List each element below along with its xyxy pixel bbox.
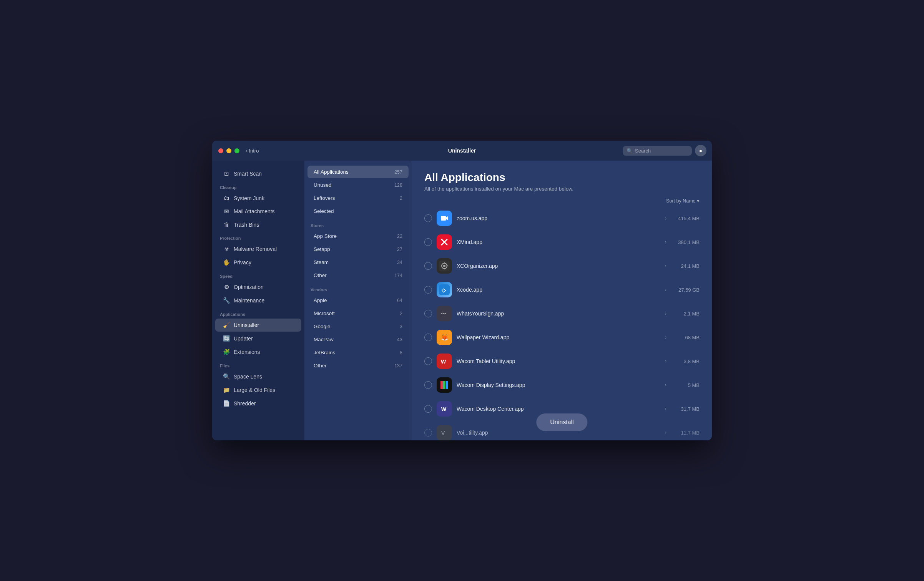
svg-text:W: W [441, 406, 447, 412]
main-content: ⊡ Smart Scan Cleanup 🗂 System Junk ✉ Mai… [212, 161, 712, 440]
chevron-icon: › [665, 335, 666, 340]
app-row[interactable]: XCOrganizer.app › 24,1 MB [418, 254, 706, 277]
app-checkbox[interactable] [424, 381, 432, 389]
maintenance-icon: 🔧 [223, 297, 230, 304]
filter-leftovers[interactable]: Leftovers 2 [307, 192, 409, 204]
filter-all-applications[interactable]: All Applications 257 [307, 166, 409, 178]
filter-unused-label: Unused [314, 182, 332, 188]
sidebar-label-optimization: Optimization [234, 284, 264, 290]
sidebar-item-optimization[interactable]: ⚙ Optimization [215, 281, 301, 294]
filter-google[interactable]: Google 3 [307, 320, 409, 333]
filter-microsoft-label: Microsoft [314, 310, 335, 316]
app-icon: V [437, 425, 452, 440]
sort-by-name-button[interactable]: Sort by Name ▾ [666, 198, 700, 204]
sidebar-item-uninstaller[interactable]: 🧹 Uninstaller [215, 319, 301, 332]
sidebar-item-shredder[interactable]: 📄 Shredder [215, 397, 301, 410]
svg-text:V: V [441, 430, 445, 436]
filter-unused[interactable]: Unused 128 [307, 179, 409, 191]
filter-app-store[interactable]: App Store 22 [307, 230, 409, 242]
filter-jetbrains[interactable]: JetBrains 8 [307, 346, 409, 359]
app-row[interactable]: 〜 WhatsYourSign.app › 2,1 MB [418, 302, 706, 325]
app-checkbox[interactable] [424, 238, 432, 246]
main-header: All Applications All of the applications… [412, 161, 712, 198]
app-checkbox[interactable] [424, 286, 432, 294]
svg-point-6 [443, 265, 445, 267]
sidebar-label-smart-scan: Smart Scan [234, 171, 262, 177]
app-checkbox[interactable] [424, 429, 432, 437]
chevron-icon: › [665, 311, 666, 316]
sidebar-item-maintenance[interactable]: 🔧 Maintenance [215, 294, 301, 307]
sidebar-label-updater: Updater [234, 335, 253, 342]
sidebar-item-extensions[interactable]: 🧩 Extensions [215, 345, 301, 359]
app-size: 31,7 MB [673, 406, 700, 412]
sidebar-label-space-lens: Space Lens [234, 374, 262, 380]
sidebar-item-malware-removal[interactable]: ☣ Malware Removal [215, 242, 301, 256]
svg-text:W: W [441, 359, 446, 365]
sidebar-label-shredder: Shredder [234, 400, 256, 407]
filter-jetbrains-count: 8 [400, 350, 402, 355]
filter-microsoft[interactable]: Microsoft 2 [307, 307, 409, 320]
filter-other-vendors[interactable]: Other 137 [307, 359, 409, 372]
app-checkbox[interactable] [424, 214, 432, 222]
sidebar-item-privacy[interactable]: 🖐 Privacy [215, 256, 301, 269]
main-panel-title: All Applications [424, 171, 700, 184]
filter-leftovers-count: 2 [400, 196, 402, 201]
app-row[interactable]: zoom.us.app › 415,4 MB [418, 207, 706, 230]
app-row[interactable]: ◇ Xcode.app › 27,59 GB [418, 278, 706, 301]
sidebar-label-mail: Mail Attachments [234, 208, 275, 214]
app-name: Wacom Desktop Center.app [457, 406, 660, 412]
app-name: Wacom Display Settings.app [457, 382, 660, 388]
sidebar-item-updater[interactable]: 🔄 Updater [215, 332, 301, 345]
sidebar-label-system-junk: System Junk [234, 195, 264, 201]
sidebar-item-space-lens[interactable]: 🔍 Space Lens [215, 370, 301, 383]
app-checkbox[interactable] [424, 405, 432, 413]
app-name: XMind.app [457, 239, 660, 245]
trash-icon: 🗑 [223, 221, 230, 228]
sidebar-section-protection: Protection [212, 231, 304, 242]
filter-setapp[interactable]: Setapp 27 [307, 243, 409, 256]
filter-steam[interactable]: Steam 34 [307, 256, 409, 269]
app-checkbox[interactable] [424, 334, 432, 341]
sidebar-item-mail-attachments[interactable]: ✉ Mail Attachments [215, 205, 301, 218]
back-button[interactable]: ‹ Intro [246, 148, 259, 154]
filter-selected[interactable]: Selected [307, 205, 409, 217]
minimize-button[interactable] [226, 148, 231, 153]
app-row[interactable]: XMind.app › 380,1 MB [418, 231, 706, 254]
chevron-icon: › [665, 382, 666, 388]
chevron-icon: › [665, 430, 666, 435]
avatar-button[interactable]: ● [695, 145, 706, 156]
search-icon: 🔍 [627, 148, 633, 154]
app-checkbox[interactable] [424, 262, 432, 270]
filter-unused-count: 128 [394, 183, 402, 188]
filter-other-stores-label: Other [314, 272, 327, 278]
app-checkbox[interactable] [424, 310, 432, 317]
filter-leftovers-label: Leftovers [314, 195, 335, 201]
app-icon: ◇ [437, 282, 452, 297]
sidebar-item-large-old-files[interactable]: 📁 Large & Old Files [215, 383, 301, 397]
filter-apple[interactable]: Apple 64 [307, 294, 409, 307]
filter-google-count: 3 [400, 324, 402, 329]
app-size: 27,59 GB [673, 287, 700, 293]
filter-other-stores[interactable]: Other 174 [307, 269, 409, 282]
app-row[interactable]: 🦊 Wallpaper Wizard.app › 68 MB [418, 326, 706, 349]
filter-all-count: 257 [394, 169, 402, 175]
filter-macpaw[interactable]: MacPaw 43 [307, 333, 409, 346]
search-bar[interactable]: 🔍 [623, 146, 692, 156]
app-icon [437, 377, 452, 393]
sidebar-item-trash-bins[interactable]: 🗑 Trash Bins [215, 218, 301, 231]
uninstall-button[interactable]: Uninstall [536, 413, 587, 431]
app-row[interactable]: Wacom Display Settings.app › 5 MB [418, 374, 706, 397]
updater-icon: 🔄 [223, 335, 230, 342]
filter-macpaw-count: 43 [397, 337, 402, 342]
filter-setapp-count: 27 [397, 247, 402, 252]
sidebar-item-smart-scan[interactable]: ⊡ Smart Scan [215, 167, 301, 180]
traffic-lights [218, 148, 239, 153]
filter-all-label: All Applications [314, 169, 349, 175]
app-row[interactable]: W Wacom Tablet Utility.app › 3,8 MB [418, 350, 706, 373]
search-input[interactable] [635, 148, 688, 154]
close-button[interactable] [218, 148, 223, 153]
app-checkbox[interactable] [424, 357, 432, 365]
maximize-button[interactable] [234, 148, 239, 153]
sidebar-item-system-junk[interactable]: 🗂 System Junk [215, 192, 301, 204]
filter-apple-count: 64 [397, 298, 402, 303]
